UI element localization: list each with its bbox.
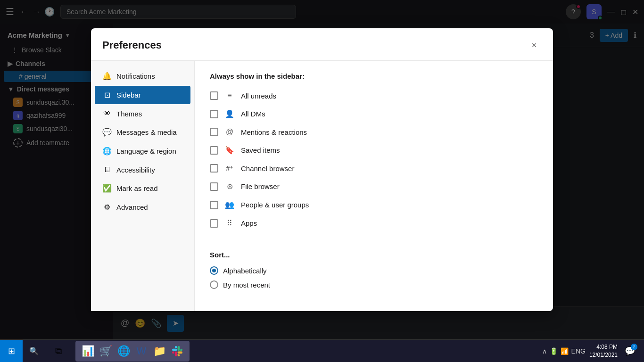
taskbar-powerpoint-icon[interactable]: 📊 [79,343,96,360]
checkbox-item-people: 👥 People & user groups [210,197,538,213]
checkbox-channel-browser[interactable] [210,164,218,173]
prefs-nav-label-themes: Themes [116,110,142,118]
taskbar-date-value: 12/01/2021 [589,351,618,359]
taskbar-network-icon: 📶 [561,347,569,355]
modal-overlay: Preferences × 🔔 Notifications ⊡ Sidebar … [0,0,644,339]
checkbox-label-channel-browser: Channel browser [241,165,294,173]
messages-icon: 💬 [102,128,112,137]
notifications-icon: 🔔 [102,72,112,81]
radio-dot-alphabetically [212,269,216,272]
all-unreads-icon: ≡ [224,91,235,100]
checkbox-item-apps: ⠿ Apps [210,215,538,231]
prefs-body: 🔔 Notifications ⊡ Sidebar 👁 Themes 💬 Mes… [91,61,553,311]
taskbar-right: ∧ 🔋 📶 ENG 4:08 PM 12/01/2021 💬 2 [542,343,644,360]
taskbar-search-button[interactable]: 🔍 [25,342,43,361]
radio-item-alphabetically[interactable]: Alphabetically [210,266,538,275]
taskbar-sys-icons: ∧ 🔋 📶 ENG [542,347,586,355]
sidebar-checkbox-list: ≡ All unreads 👤 All DMs @ Mentions & rea… [210,88,538,231]
sort-title: Sort... [210,251,538,259]
taskbar-notification-button[interactable]: 💬 2 [621,343,638,360]
taskbar-clock: 4:08 PM 12/01/2021 [589,343,618,359]
taskbar-lang: ENG [571,347,586,355]
checkbox-item-mentions: @ Mentions & reactions [210,124,538,140]
language-icon: 🌐 [102,147,112,156]
taskbar-word-icon[interactable]: W [133,343,150,360]
taskbar-task-view[interactable]: ⧉ [49,342,68,361]
sort-radio-list: Alphabetically By most recent [210,266,538,289]
checkbox-saved[interactable] [210,146,218,155]
prefs-nav-language[interactable]: 🌐 Language & region [95,142,190,160]
radio-label-alphabetically: Alphabetically [223,267,267,275]
file-browser-icon: ⊛ [224,182,235,191]
checkbox-all-unreads[interactable] [210,91,218,100]
prefs-nav-advanced[interactable]: ⚙ Advanced [95,198,190,216]
taskbar-app-group: 📊 🛒 🌐 W 📁 [75,341,190,362]
checkbox-label-file-browser: File browser [241,182,280,190]
all-dms-icon: 👤 [224,109,235,118]
taskbar-explorer-icon[interactable]: 📁 [151,343,168,360]
prefs-nav-label-notifications: Notifications [116,72,155,80]
checkbox-label-apps: Apps [241,219,257,227]
prefs-header: Preferences × [91,28,553,61]
taskbar: ⊞ 🔍 ⧉ 📊 🛒 🌐 W 📁 ∧ 🔋 📶 ENG [0,339,644,362]
prefs-nav-label-accessibility: Accessibility [116,166,155,174]
checkbox-label-all-unreads: All unreads [241,92,276,100]
themes-icon: 👁 [102,109,112,118]
checkbox-label-all-dms: All DMs [241,110,265,118]
taskbar-chrome-icon[interactable]: 🌐 [115,343,132,360]
mentions-icon: @ [224,128,235,136]
prefs-content: Always show in the sidebar: ≡ All unread… [195,61,553,311]
prefs-nav-label-advanced: Advanced [116,203,148,211]
checkbox-people[interactable] [210,201,218,209]
checkbox-label-people: People & user groups [241,201,309,209]
channel-browser-icon: #⁺ [224,165,235,172]
sidebar-section-title: Always show in the sidebar: [210,72,538,80]
apps-icon: ⠿ [224,219,235,228]
prefs-nav-label-markasread: Mark as read [116,184,158,192]
taskbar-expand-icon[interactable]: ∧ [542,347,547,355]
checkbox-item-saved: 🔖 Saved items [210,142,538,158]
markasread-icon: ✅ [102,184,112,193]
people-icon: 👥 [224,200,235,209]
prefs-nav-messages[interactable]: 💬 Messages & media [95,123,190,141]
prefs-title: Preferences [102,39,162,51]
checkbox-apps[interactable] [210,219,218,228]
prefs-nav-label-language: Language & region [116,147,176,155]
prefs-nav-markasread[interactable]: ✅ Mark as read [95,179,190,197]
checkbox-label-saved: Saved items [241,146,280,154]
prefs-nav-accessibility[interactable]: 🖥 Accessibility [95,161,190,179]
taskbar-slack-icon[interactable] [169,343,186,360]
checkbox-label-mentions: Mentions & reactions [241,128,307,136]
prefs-nav-label-sidebar: Sidebar [116,91,141,99]
checkbox-mentions[interactable] [210,128,218,136]
checkbox-item-all-dms: 👤 All DMs [210,106,538,122]
prefs-nav-themes[interactable]: 👁 Themes [95,105,190,123]
radio-item-most-recent[interactable]: By most recent [210,280,538,289]
checkbox-item-all-unreads: ≡ All unreads [210,88,538,104]
taskbar-time-value: 4:08 PM [589,343,618,351]
radio-label-most-recent: By most recent [223,281,270,289]
prefs-nav-notifications[interactable]: 🔔 Notifications [95,67,190,85]
checkbox-file-browser[interactable] [210,182,218,191]
preferences-modal: Preferences × 🔔 Notifications ⊡ Sidebar … [91,28,553,311]
accessibility-icon: 🖥 [102,165,112,174]
checkbox-all-dms[interactable] [210,110,218,118]
advanced-icon: ⚙ [102,203,112,212]
taskbar-store-icon[interactable]: 🛒 [97,343,114,360]
saved-icon: 🔖 [224,146,235,155]
radio-alphabetically[interactable] [210,266,218,275]
prefs-nav-sidebar[interactable]: ⊡ Sidebar [95,86,190,104]
prefs-nav: 🔔 Notifications ⊡ Sidebar 👁 Themes 💬 Mes… [91,61,195,311]
divider [210,243,538,243]
sidebar-icon: ⊡ [102,90,112,99]
taskbar-notif-badge: 2 [631,344,637,350]
prefs-nav-label-messages: Messages & media [116,128,177,136]
taskbar-battery-icon: 🔋 [550,347,558,355]
prefs-close-button[interactable]: × [527,38,542,53]
radio-most-recent[interactable] [210,280,218,289]
checkbox-item-file-browser: ⊛ File browser [210,178,538,195]
checkbox-item-channel-browser: #⁺ Channel browser [210,160,538,176]
start-button[interactable]: ⊞ [0,340,23,362]
taskbar-pinned-icons: ⧉ [49,342,68,361]
